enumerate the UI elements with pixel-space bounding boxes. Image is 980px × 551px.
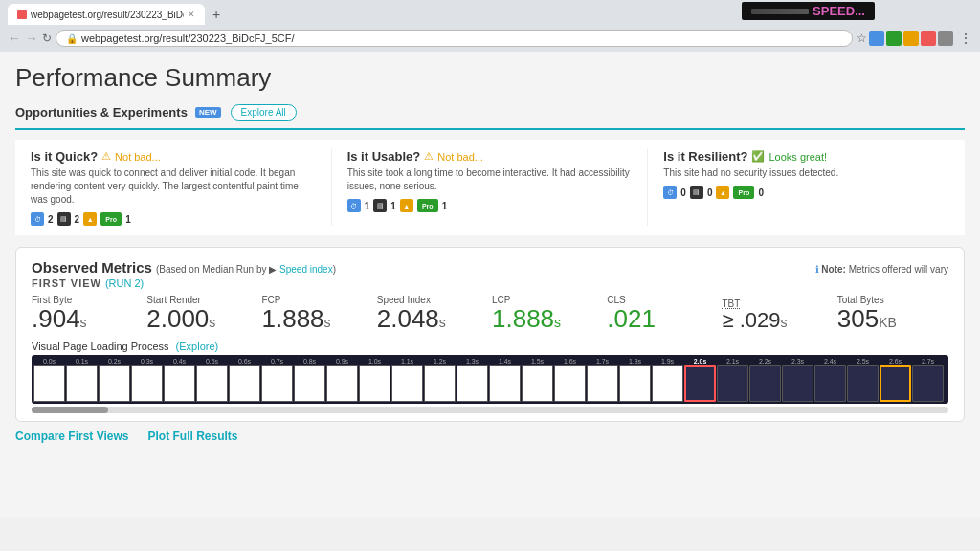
frame-14[interactable] <box>489 365 521 402</box>
metric-tbt: TBT ≥ .029s <box>723 298 834 331</box>
frame-1[interactable] <box>66 365 98 402</box>
quick-badge-2-icon: ▤ <box>57 212 71 226</box>
metric-lcp: LCP 1.888s <box>492 295 603 331</box>
metric-fcp: FCP 1.888s <box>262 295 373 331</box>
frame-6[interactable] <box>229 365 260 402</box>
extension-icon-5[interactable] <box>938 31 953 46</box>
frame-3[interactable] <box>131 365 163 402</box>
frame-12[interactable] <box>424 365 456 402</box>
metric-value-first-byte: .904s <box>32 306 143 331</box>
quick-heading: Is it Quick? ⚠ Not bad... <box>31 149 316 164</box>
forward-btn[interactable]: → <box>25 31 38 46</box>
metric-value-lcp: 1.888s <box>492 306 603 331</box>
extension-icon-1[interactable] <box>869 31 884 46</box>
speed-label: SPEED... <box>813 4 865 18</box>
metric-start-render: Start Render 2.000s <box>146 295 257 331</box>
resilient-column: Is it Resilient? ✅ Looks great! This sit… <box>648 149 965 226</box>
observed-metrics-panel: Observed Metrics (Based on Median Run by… <box>15 247 965 422</box>
quick-desc: This site was quick to connect and deliv… <box>31 166 316 207</box>
reload-btn[interactable]: ↻ <box>42 32 52 45</box>
quick-badge-2-count: 2 <box>75 214 80 225</box>
time-2-3s: 2.3s <box>782 358 813 364</box>
browser-chrome: webpagetest.org/result/230223_BiDcFJ_5CF… <box>0 0 980 52</box>
page-content: Performance Summary Opportunities & Expe… <box>0 52 980 517</box>
speed-bar <box>751 9 809 14</box>
frame-27[interactable] <box>912 365 944 402</box>
note-text: Metrics offered will vary <box>849 264 948 275</box>
usable-badge-1-icon: ⏱ <box>347 199 361 212</box>
time-1-2s: 1.2s <box>424 358 456 364</box>
usable-badge-2-count: 1 <box>390 201 396 211</box>
extension-icon-2[interactable] <box>886 31 902 46</box>
time-1-9s: 1.9s <box>652 358 683 364</box>
resilient-badge-pro-count: 0 <box>758 187 764 198</box>
active-tab[interactable]: webpagetest.org/result/230223_BiDcFJ_5CF… <box>8 4 205 25</box>
frame-0[interactable] <box>33 365 65 402</box>
time-0-4s: 0.4s <box>164 358 195 364</box>
tab-close-icon[interactable]: ✕ <box>188 10 195 19</box>
metric-value-cls: .021 <box>607 306 718 331</box>
frame-26-highlight[interactable] <box>880 365 911 402</box>
frame-22[interactable] <box>749 365 781 402</box>
frame-18[interactable] <box>619 365 651 402</box>
opportunities-title: Opportunities & Experiments <box>15 105 188 120</box>
usable-badge-pro-count: 1 <box>442 201 448 211</box>
quick-badge-pro-count: 1 <box>125 214 131 225</box>
quick-badge-pro: Pro <box>100 212 122 226</box>
observed-note: ℹ Note: Metrics offered will vary <box>815 264 948 275</box>
frame-2[interactable] <box>99 365 130 402</box>
frame-19[interactable] <box>652 365 683 402</box>
time-1-7s: 1.7s <box>587 358 618 364</box>
scrollbar-thumb[interactable] <box>32 407 108 413</box>
frame-24[interactable] <box>814 365 846 402</box>
frame-5[interactable] <box>196 365 228 402</box>
frame-21[interactable] <box>717 365 748 402</box>
three-columns: Is it Quick? ⚠ Not bad... This site was … <box>15 140 965 235</box>
bookmark-icon[interactable]: ☆ <box>857 32 867 45</box>
frame-8[interactable] <box>294 365 325 402</box>
time-2-7s: 2.7s <box>912 358 944 364</box>
metric-total-bytes: Total Bytes 305KB <box>837 295 948 331</box>
frame-17[interactable] <box>587 365 618 402</box>
quick-badge-1-icon: ⏱ <box>31 212 44 226</box>
extension-icon-4[interactable] <box>921 31 936 46</box>
metric-cls: CLS .021 <box>607 295 718 331</box>
time-0-6s: 0.6s <box>229 358 260 364</box>
frame-4[interactable] <box>164 365 195 402</box>
menu-icon[interactable]: ⋮ <box>959 31 972 46</box>
frame-7[interactable] <box>261 365 293 402</box>
frame-11[interactable] <box>391 365 423 402</box>
resilient-badge-1-icon: ⏱ <box>663 186 677 199</box>
run-2-link[interactable]: (RUN 2) <box>105 277 144 289</box>
filmstrip-scrollbar[interactable] <box>32 407 948 413</box>
new-badge: NEW <box>195 107 221 118</box>
plot-full-results-link[interactable]: Plot Full Results <box>148 430 238 443</box>
lock-icon: 🔒 <box>66 33 78 44</box>
quick-badge-warn: ▲ <box>83 212 97 226</box>
note-circle-icon: ℹ <box>815 264 819 275</box>
explore-all-button[interactable]: Explore All <box>231 104 297 121</box>
explore-link[interactable]: (Explore) <box>176 341 219 352</box>
usable-badge-warn: ▲ <box>400 199 413 212</box>
frame-16[interactable] <box>554 365 586 402</box>
tab-title: webpagetest.org/result/230223_BiDcFJ_5CF… <box>31 10 184 20</box>
back-btn[interactable]: ← <box>8 31 21 46</box>
frame-9[interactable] <box>326 365 358 402</box>
usable-heading: Is it Usable? ⚠ Not bad... <box>347 149 633 164</box>
frame-23[interactable] <box>782 365 813 402</box>
frame-15[interactable] <box>522 365 553 402</box>
compare-first-views-link[interactable]: Compare First Views <box>15 430 129 443</box>
address-text: webpagetest.org/result/230223_BiDcFJ_5CF… <box>81 33 295 44</box>
new-tab-btn[interactable]: + <box>205 4 228 25</box>
speed-index-link[interactable]: Speed index <box>279 264 333 275</box>
filmstrip-frames <box>33 365 947 402</box>
time-0-5s: 0.5s <box>196 358 228 364</box>
time-2-0s: 2.0s <box>684 358 716 364</box>
address-input[interactable]: 🔒 webpagetest.org/result/230223_BiDcFJ_5… <box>56 30 853 47</box>
frame-20-active[interactable] <box>684 365 716 402</box>
frame-25[interactable] <box>847 365 879 402</box>
frame-13[interactable] <box>457 365 488 402</box>
resilient-ok-icon: ✅ <box>751 150 765 163</box>
frame-10[interactable] <box>359 365 390 402</box>
extension-icon-3[interactable] <box>903 31 919 46</box>
